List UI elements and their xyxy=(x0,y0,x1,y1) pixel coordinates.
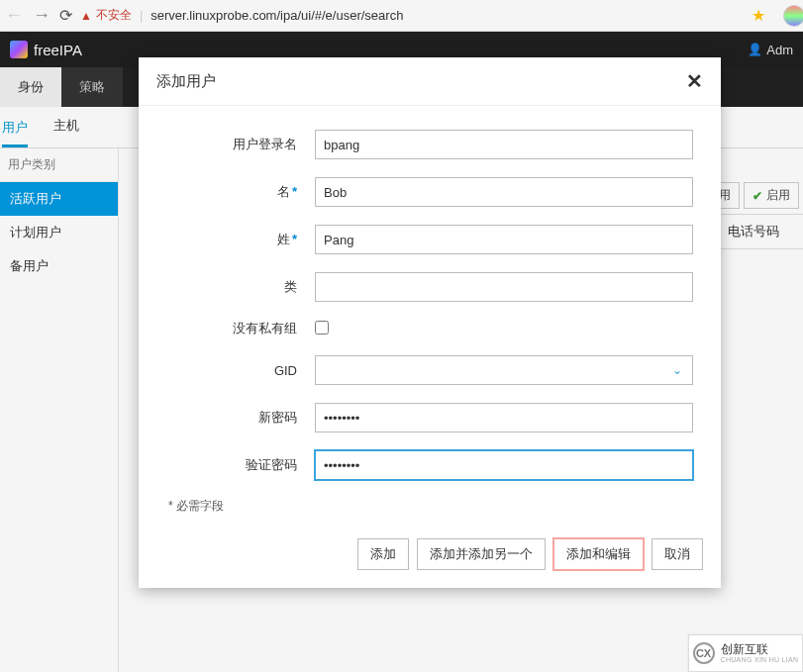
close-icon[interactable]: ✕ xyxy=(686,71,703,91)
reload-button[interactable]: ⟳ xyxy=(59,6,72,25)
brand-logo-icon xyxy=(10,41,28,58)
lastname-input[interactable] xyxy=(315,225,693,254)
add-another-button[interactable]: 添加并添加另一个 xyxy=(417,538,546,570)
required-icon: * xyxy=(292,184,297,199)
divider: | xyxy=(140,8,143,23)
address-bar[interactable]: server.linuxprobe.com/ipa/ui/#/e/user/se… xyxy=(151,8,744,23)
bookmark-star-icon[interactable]: ★ xyxy=(752,6,765,25)
firstname-input[interactable] xyxy=(315,177,693,207)
add-button[interactable]: 添加 xyxy=(357,538,409,570)
label-verifypass: 验证密码 xyxy=(246,457,297,472)
watermark: CX 创新互联 CHUANG XIN HU LIAN xyxy=(688,634,803,672)
label-gid: GID xyxy=(274,363,297,378)
chevron-down-icon: ⌄ xyxy=(672,363,682,377)
noprivate-checkbox[interactable] xyxy=(315,321,329,335)
cancel-button[interactable]: 取消 xyxy=(652,538,703,570)
watermark-sub: CHUANG XIN HU LIAN xyxy=(721,656,799,663)
forward-button[interactable]: → xyxy=(32,5,51,26)
required-icon: * xyxy=(292,232,297,246)
modal-header: 添加用户 ✕ xyxy=(139,57,721,106)
label-class: 类 xyxy=(284,279,297,294)
add-and-edit-button[interactable]: 添加和编辑 xyxy=(553,538,644,570)
watermark-text: 创新互联 xyxy=(721,643,799,656)
security-indicator[interactable]: ▲ 不安全 xyxy=(80,7,132,24)
browser-toolbar: ← → ⟳ ▲ 不安全 | server.linuxprobe.com/ipa/… xyxy=(0,0,803,32)
modal-body: 用户登录名 名* 姓* 类 没有私有组 GID ⌄ xyxy=(139,106,721,525)
label-lastname: 姓 xyxy=(277,232,290,246)
verifypassword-input[interactable] xyxy=(315,450,693,480)
label-firstname: 名 xyxy=(277,184,290,199)
modal-title: 添加用户 xyxy=(156,72,216,91)
gid-select[interactable]: ⌄ xyxy=(315,355,693,385)
modal-footer: 添加 添加并添加另一个 添加和编辑 取消 xyxy=(139,525,721,588)
label-newpass: 新密码 xyxy=(258,410,297,425)
back-button[interactable]: ← xyxy=(4,5,24,26)
newpassword-input[interactable] xyxy=(315,403,693,432)
user-menu[interactable]: 👤 Adm xyxy=(748,43,793,57)
user-icon: 👤 xyxy=(748,43,762,56)
class-input[interactable] xyxy=(315,272,693,302)
admin-label: Adm xyxy=(766,43,793,57)
brand[interactable]: freeIPA xyxy=(10,41,82,58)
login-input[interactable] xyxy=(315,130,693,159)
insecure-label: 不安全 xyxy=(96,7,132,24)
required-helper: * 必需字段 xyxy=(168,498,693,515)
add-user-modal: 添加用户 ✕ 用户登录名 名* 姓* 类 没有私有组 GID ⌄ xyxy=(139,57,721,588)
watermark-logo-icon: CX xyxy=(693,642,715,664)
label-login: 用户登录名 xyxy=(233,137,297,151)
label-noprivate: 没有私有组 xyxy=(233,321,297,336)
warning-icon: ▲ xyxy=(80,9,92,23)
brand-text: freeIPA xyxy=(34,42,82,58)
extension-icon[interactable] xyxy=(783,5,803,27)
